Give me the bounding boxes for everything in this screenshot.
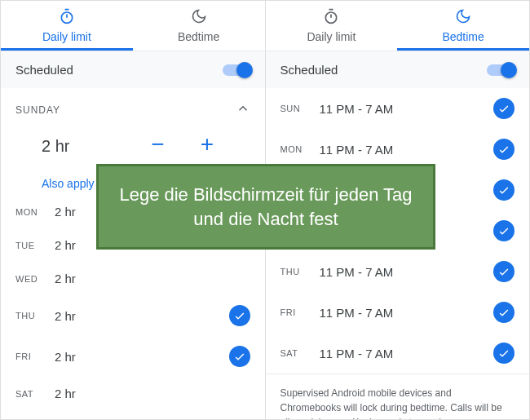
day-abbr: THU xyxy=(280,267,320,276)
check-icon[interactable] xyxy=(493,220,515,241)
svg-point-1 xyxy=(326,12,337,23)
check-icon[interactable] xyxy=(493,261,515,282)
bedtime-note: Supervised Android mobile devices and Ch… xyxy=(266,374,530,419)
tabs-left: Daily limit Bedtime xyxy=(1,1,265,51)
tab-daily-limit[interactable]: Daily limit xyxy=(1,1,133,51)
day-row[interactable]: THU2 hr xyxy=(1,295,265,336)
day-abbr: FRI xyxy=(280,307,320,317)
bedtime-row[interactable]: SAT11 PM - 7 AM xyxy=(266,333,530,374)
day-abbr: FRI xyxy=(15,351,55,361)
day-abbr: MON xyxy=(280,144,320,154)
check-icon[interactable] xyxy=(493,98,515,119)
day-abbr: SAT xyxy=(280,348,320,358)
tab-daily-limit-right[interactable]: Daily limit xyxy=(266,1,398,51)
tab-bedtime-left[interactable]: Bedtime xyxy=(133,1,265,51)
tab-label: Daily limit xyxy=(307,30,356,43)
check-icon[interactable] xyxy=(493,179,515,201)
day-value: 2 hr xyxy=(55,309,229,323)
check-icon[interactable] xyxy=(229,346,250,367)
moon-icon xyxy=(455,8,471,27)
check-icon[interactable] xyxy=(493,302,515,323)
time-range: 11 PM - 7 AM xyxy=(320,265,494,279)
increase-button[interactable]: + xyxy=(192,130,222,159)
day-abbr: THU xyxy=(15,311,55,321)
tab-label: Bedtime xyxy=(442,30,484,43)
scheduled-row-right: Scheduled xyxy=(266,51,530,88)
day-abbr: SAT xyxy=(15,389,55,399)
hours-value: 2 hr xyxy=(42,137,123,156)
check-icon[interactable] xyxy=(493,343,515,364)
day-value: 2 hr xyxy=(55,387,250,400)
tab-label: Daily limit xyxy=(42,30,91,43)
overlay-banner: Lege die Bildschirmzeit für jeden Tag un… xyxy=(96,164,435,250)
check-icon[interactable] xyxy=(229,305,250,326)
day-value: 2 hr xyxy=(55,350,229,364)
day-abbr: TUE xyxy=(15,241,55,250)
expanded-day-label: SUNDAY xyxy=(15,104,60,116)
day-row[interactable]: WED2 hr xyxy=(1,262,265,295)
bedtime-row[interactable]: SUN11 PM - 7 AM xyxy=(266,88,530,129)
time-range: 11 PM - 7 AM xyxy=(320,347,494,360)
time-range: 11 PM - 7 AM xyxy=(320,306,494,320)
day-abbr: SUN xyxy=(280,104,320,113)
scheduled-toggle-right[interactable] xyxy=(487,64,515,76)
tabs-right: Daily limit Bedtime xyxy=(266,1,530,51)
bedtime-row[interactable]: FRI11 PM - 7 AM xyxy=(266,292,530,333)
timer-icon xyxy=(323,8,339,27)
check-icon[interactable] xyxy=(493,139,515,160)
tab-label: Bedtime xyxy=(178,30,219,43)
expanded-day-header[interactable]: SUNDAY xyxy=(1,88,265,126)
day-row[interactable]: SAT2 hr xyxy=(1,377,265,410)
day-row[interactable]: FRI2 hr xyxy=(1,336,265,377)
day-value: 2 hr xyxy=(55,272,250,285)
day-abbr: WED xyxy=(15,274,55,284)
scheduled-row: Scheduled xyxy=(1,51,265,88)
moon-icon xyxy=(191,8,207,27)
scheduled-label: Scheduled xyxy=(15,63,73,77)
daily-body: SUNDAY 2 hr − + Also apply to... MON2 hr… xyxy=(1,88,265,419)
bedtime-body: SUN11 PM - 7 AMMON11 PM - 7 AMTUE11 PM -… xyxy=(266,88,530,419)
tab-bedtime[interactable]: Bedtime xyxy=(397,1,529,51)
timer-icon xyxy=(59,8,75,27)
decrease-button[interactable]: − xyxy=(143,130,172,159)
scheduled-toggle[interactable] xyxy=(223,64,250,76)
bedtime-row[interactable]: THU11 PM - 7 AM xyxy=(266,251,530,292)
chevron-up-icon xyxy=(236,101,250,118)
time-range: 11 PM - 7 AM xyxy=(320,102,494,116)
svg-point-0 xyxy=(61,12,72,23)
day-abbr: MON xyxy=(15,207,55,217)
expanded-day-body: 2 hr − + xyxy=(1,126,265,169)
time-range: 11 PM - 7 AM xyxy=(320,143,494,157)
scheduled-label: Scheduled xyxy=(280,63,338,77)
